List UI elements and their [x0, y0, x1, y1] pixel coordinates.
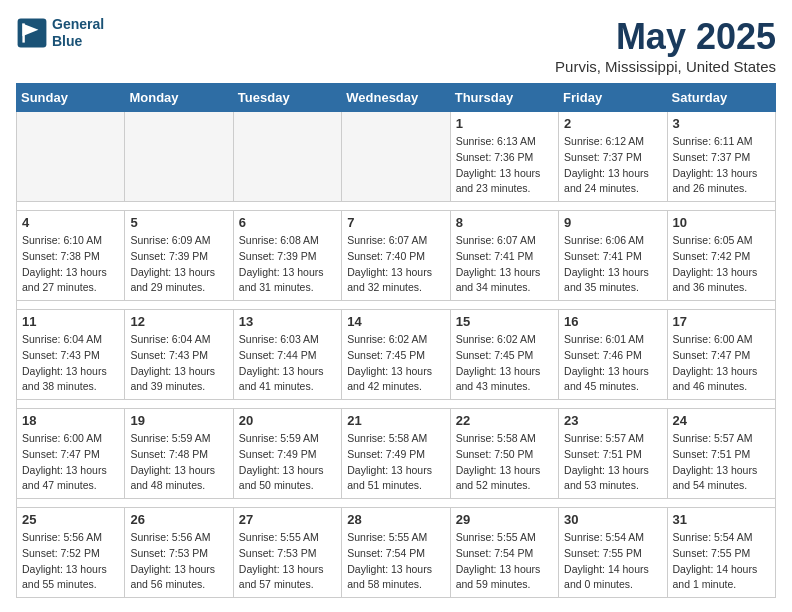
calendar-cell: 18Sunrise: 6:00 AMSunset: 7:47 PMDayligh…	[17, 409, 125, 499]
week-row-1: 1Sunrise: 6:13 AMSunset: 7:36 PMDaylight…	[17, 112, 776, 202]
separator-cell	[17, 499, 776, 508]
day-info: Sunrise: 6:01 AMSunset: 7:46 PMDaylight:…	[564, 332, 661, 395]
week-row-4: 18Sunrise: 6:00 AMSunset: 7:47 PMDayligh…	[17, 409, 776, 499]
week-row-2: 4Sunrise: 6:10 AMSunset: 7:38 PMDaylight…	[17, 211, 776, 301]
calendar-cell: 21Sunrise: 5:58 AMSunset: 7:49 PMDayligh…	[342, 409, 450, 499]
day-number: 21	[347, 413, 444, 428]
calendar-cell	[125, 112, 233, 202]
separator-cell	[17, 202, 776, 211]
calendar-cell: 6Sunrise: 6:08 AMSunset: 7:39 PMDaylight…	[233, 211, 341, 301]
calendar-cell: 14Sunrise: 6:02 AMSunset: 7:45 PMDayligh…	[342, 310, 450, 400]
calendar-cell: 2Sunrise: 6:12 AMSunset: 7:37 PMDaylight…	[559, 112, 667, 202]
day-number: 11	[22, 314, 119, 329]
calendar-cell: 5Sunrise: 6:09 AMSunset: 7:39 PMDaylight…	[125, 211, 233, 301]
logo-line2: Blue	[52, 33, 104, 50]
calendar-cell: 12Sunrise: 6:04 AMSunset: 7:43 PMDayligh…	[125, 310, 233, 400]
calendar-cell: 13Sunrise: 6:03 AMSunset: 7:44 PMDayligh…	[233, 310, 341, 400]
weekday-header-wednesday: Wednesday	[342, 84, 450, 112]
day-info: Sunrise: 6:03 AMSunset: 7:44 PMDaylight:…	[239, 332, 336, 395]
week-separator	[17, 499, 776, 508]
day-info: Sunrise: 6:00 AMSunset: 7:47 PMDaylight:…	[22, 431, 119, 494]
day-number: 12	[130, 314, 227, 329]
day-info: Sunrise: 6:05 AMSunset: 7:42 PMDaylight:…	[673, 233, 770, 296]
calendar-cell: 31Sunrise: 5:54 AMSunset: 7:55 PMDayligh…	[667, 508, 775, 598]
day-number: 20	[239, 413, 336, 428]
calendar-title: May 2025	[555, 16, 776, 58]
calendar-cell: 8Sunrise: 6:07 AMSunset: 7:41 PMDaylight…	[450, 211, 558, 301]
day-number: 3	[673, 116, 770, 131]
calendar-cell: 30Sunrise: 5:54 AMSunset: 7:55 PMDayligh…	[559, 508, 667, 598]
week-separator	[17, 301, 776, 310]
day-info: Sunrise: 6:07 AMSunset: 7:41 PMDaylight:…	[456, 233, 553, 296]
day-number: 28	[347, 512, 444, 527]
day-number: 16	[564, 314, 661, 329]
day-info: Sunrise: 5:59 AMSunset: 7:48 PMDaylight:…	[130, 431, 227, 494]
calendar-cell	[342, 112, 450, 202]
day-info: Sunrise: 5:55 AMSunset: 7:54 PMDaylight:…	[347, 530, 444, 593]
day-number: 27	[239, 512, 336, 527]
day-info: Sunrise: 6:09 AMSunset: 7:39 PMDaylight:…	[130, 233, 227, 296]
day-info: Sunrise: 6:02 AMSunset: 7:45 PMDaylight:…	[456, 332, 553, 395]
day-number: 10	[673, 215, 770, 230]
calendar-cell: 4Sunrise: 6:10 AMSunset: 7:38 PMDaylight…	[17, 211, 125, 301]
calendar-cell: 20Sunrise: 5:59 AMSunset: 7:49 PMDayligh…	[233, 409, 341, 499]
separator-cell	[17, 301, 776, 310]
calendar-cell: 19Sunrise: 5:59 AMSunset: 7:48 PMDayligh…	[125, 409, 233, 499]
day-info: Sunrise: 5:58 AMSunset: 7:50 PMDaylight:…	[456, 431, 553, 494]
day-number: 5	[130, 215, 227, 230]
calendar-cell: 23Sunrise: 5:57 AMSunset: 7:51 PMDayligh…	[559, 409, 667, 499]
day-number: 24	[673, 413, 770, 428]
svg-rect-0	[18, 18, 47, 47]
weekday-header-sunday: Sunday	[17, 84, 125, 112]
calendar-cell	[233, 112, 341, 202]
day-info: Sunrise: 5:54 AMSunset: 7:55 PMDaylight:…	[673, 530, 770, 593]
calendar-cell: 28Sunrise: 5:55 AMSunset: 7:54 PMDayligh…	[342, 508, 450, 598]
calendar-cell: 27Sunrise: 5:55 AMSunset: 7:53 PMDayligh…	[233, 508, 341, 598]
day-info: Sunrise: 5:59 AMSunset: 7:49 PMDaylight:…	[239, 431, 336, 494]
logo-icon	[16, 17, 48, 49]
day-number: 26	[130, 512, 227, 527]
day-number: 9	[564, 215, 661, 230]
day-number: 19	[130, 413, 227, 428]
calendar-cell	[17, 112, 125, 202]
week-separator	[17, 400, 776, 409]
day-number: 15	[456, 314, 553, 329]
calendar-cell: 25Sunrise: 5:56 AMSunset: 7:52 PMDayligh…	[17, 508, 125, 598]
logo-line1: General	[52, 16, 104, 33]
calendar-cell: 17Sunrise: 6:00 AMSunset: 7:47 PMDayligh…	[667, 310, 775, 400]
day-info: Sunrise: 5:56 AMSunset: 7:53 PMDaylight:…	[130, 530, 227, 593]
calendar-cell: 9Sunrise: 6:06 AMSunset: 7:41 PMDaylight…	[559, 211, 667, 301]
calendar-cell: 1Sunrise: 6:13 AMSunset: 7:36 PMDaylight…	[450, 112, 558, 202]
day-info: Sunrise: 5:57 AMSunset: 7:51 PMDaylight:…	[673, 431, 770, 494]
calendar-subtitle: Purvis, Mississippi, United States	[555, 58, 776, 75]
weekday-header-saturday: Saturday	[667, 84, 775, 112]
day-info: Sunrise: 5:54 AMSunset: 7:55 PMDaylight:…	[564, 530, 661, 593]
day-info: Sunrise: 6:10 AMSunset: 7:38 PMDaylight:…	[22, 233, 119, 296]
calendar-cell: 16Sunrise: 6:01 AMSunset: 7:46 PMDayligh…	[559, 310, 667, 400]
day-number: 31	[673, 512, 770, 527]
day-info: Sunrise: 6:06 AMSunset: 7:41 PMDaylight:…	[564, 233, 661, 296]
weekday-header-tuesday: Tuesday	[233, 84, 341, 112]
day-number: 14	[347, 314, 444, 329]
day-info: Sunrise: 6:08 AMSunset: 7:39 PMDaylight:…	[239, 233, 336, 296]
calendar-cell: 7Sunrise: 6:07 AMSunset: 7:40 PMDaylight…	[342, 211, 450, 301]
day-info: Sunrise: 6:13 AMSunset: 7:36 PMDaylight:…	[456, 134, 553, 197]
calendar-cell: 29Sunrise: 5:55 AMSunset: 7:54 PMDayligh…	[450, 508, 558, 598]
day-info: Sunrise: 6:07 AMSunset: 7:40 PMDaylight:…	[347, 233, 444, 296]
calendar-table: SundayMondayTuesdayWednesdayThursdayFrid…	[16, 83, 776, 598]
day-info: Sunrise: 6:12 AMSunset: 7:37 PMDaylight:…	[564, 134, 661, 197]
day-number: 2	[564, 116, 661, 131]
header: General Blue May 2025 Purvis, Mississipp…	[16, 16, 776, 75]
weekday-header-friday: Friday	[559, 84, 667, 112]
day-number: 6	[239, 215, 336, 230]
separator-cell	[17, 400, 776, 409]
day-number: 1	[456, 116, 553, 131]
day-number: 22	[456, 413, 553, 428]
day-info: Sunrise: 5:55 AMSunset: 7:53 PMDaylight:…	[239, 530, 336, 593]
day-info: Sunrise: 6:04 AMSunset: 7:43 PMDaylight:…	[22, 332, 119, 395]
day-number: 29	[456, 512, 553, 527]
week-separator	[17, 202, 776, 211]
day-number: 4	[22, 215, 119, 230]
calendar-cell: 26Sunrise: 5:56 AMSunset: 7:53 PMDayligh…	[125, 508, 233, 598]
day-info: Sunrise: 5:57 AMSunset: 7:51 PMDaylight:…	[564, 431, 661, 494]
